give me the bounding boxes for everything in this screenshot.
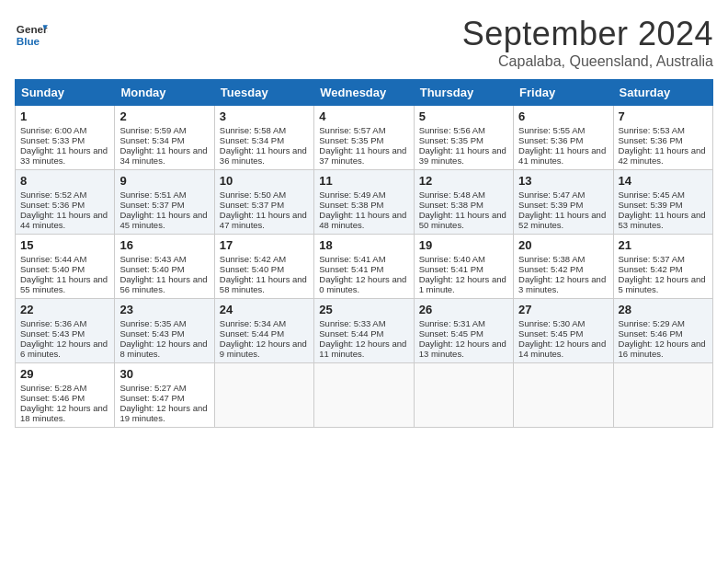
title-block: September 2024 Capalaba, Queensland, Aus…: [462, 15, 713, 70]
col-sunday: Sunday: [16, 80, 115, 106]
calendar-week-3: 15Sunrise: 5:44 AMSunset: 5:40 PMDayligh…: [16, 235, 713, 299]
col-thursday: Thursday: [414, 80, 513, 106]
table-row: 9Sunrise: 5:51 AMSunset: 5:37 PMDaylight…: [115, 170, 214, 235]
table-row: 17Sunrise: 5:42 AMSunset: 5:40 PMDayligh…: [214, 235, 313, 299]
table-row: [414, 363, 513, 428]
page-title: September 2024: [462, 15, 713, 53]
calendar-week-5: 29Sunrise: 5:28 AMSunset: 5:46 PMDayligh…: [16, 363, 713, 428]
svg-text:General: General: [17, 23, 48, 35]
table-row: 26Sunrise: 5:31 AMSunset: 5:45 PMDayligh…: [414, 299, 513, 363]
table-row: 8Sunrise: 5:52 AMSunset: 5:36 PMDaylight…: [16, 170, 115, 235]
table-row: 15Sunrise: 5:44 AMSunset: 5:40 PMDayligh…: [16, 235, 115, 299]
table-row: 13Sunrise: 5:47 AMSunset: 5:39 PMDayligh…: [514, 170, 613, 235]
col-monday: Monday: [115, 80, 214, 106]
col-wednesday: Wednesday: [314, 80, 414, 106]
table-row: 3Sunrise: 5:58 AMSunset: 5:34 PMDaylight…: [214, 106, 313, 170]
calendar-week-4: 22Sunrise: 5:36 AMSunset: 5:43 PMDayligh…: [16, 299, 713, 363]
table-row: 20Sunrise: 5:38 AMSunset: 5:42 PMDayligh…: [514, 235, 613, 299]
table-row: 7Sunrise: 5:53 AMSunset: 5:36 PMDaylight…: [613, 106, 712, 170]
table-row: 24Sunrise: 5:34 AMSunset: 5:44 PMDayligh…: [214, 299, 313, 363]
table-row: 2Sunrise: 5:59 AMSunset: 5:34 PMDaylight…: [115, 106, 214, 170]
table-row: 12Sunrise: 5:48 AMSunset: 5:38 PMDayligh…: [414, 170, 513, 235]
page-header: General Blue September 2024 Capalaba, Qu…: [15, 15, 713, 70]
table-row: [314, 363, 414, 428]
table-row: 10Sunrise: 5:50 AMSunset: 5:37 PMDayligh…: [214, 170, 313, 235]
table-row: 29Sunrise: 5:28 AMSunset: 5:46 PMDayligh…: [16, 363, 115, 428]
table-row: 21Sunrise: 5:37 AMSunset: 5:42 PMDayligh…: [613, 235, 712, 299]
calendar-week-1: 1Sunrise: 6:00 AMSunset: 5:33 PMDaylight…: [16, 106, 713, 170]
table-row: 25Sunrise: 5:33 AMSunset: 5:44 PMDayligh…: [314, 299, 414, 363]
table-row: 27Sunrise: 5:30 AMSunset: 5:45 PMDayligh…: [514, 299, 613, 363]
calendar-table: Sunday Monday Tuesday Wednesday Thursday…: [15, 79, 713, 428]
table-row: 14Sunrise: 5:45 AMSunset: 5:39 PMDayligh…: [613, 170, 712, 235]
table-row: 28Sunrise: 5:29 AMSunset: 5:46 PMDayligh…: [613, 299, 712, 363]
table-row: 23Sunrise: 5:35 AMSunset: 5:43 PMDayligh…: [115, 299, 214, 363]
col-tuesday: Tuesday: [214, 80, 313, 106]
table-row: 16Sunrise: 5:43 AMSunset: 5:40 PMDayligh…: [115, 235, 214, 299]
svg-text:Blue: Blue: [17, 35, 40, 47]
table-row: 1Sunrise: 6:00 AMSunset: 5:33 PMDaylight…: [16, 106, 115, 170]
table-row: 11Sunrise: 5:49 AMSunset: 5:38 PMDayligh…: [314, 170, 414, 235]
table-row: 4Sunrise: 5:57 AMSunset: 5:35 PMDaylight…: [314, 106, 414, 170]
logo: General Blue: [15, 18, 48, 52]
table-row: 18Sunrise: 5:41 AMSunset: 5:41 PMDayligh…: [314, 235, 414, 299]
col-friday: Friday: [514, 80, 613, 106]
table-row: [214, 363, 313, 428]
calendar-header-row: Sunday Monday Tuesday Wednesday Thursday…: [16, 80, 713, 106]
table-row: [613, 363, 712, 428]
calendar-week-2: 8Sunrise: 5:52 AMSunset: 5:36 PMDaylight…: [16, 170, 713, 235]
table-row: 30Sunrise: 5:27 AMSunset: 5:47 PMDayligh…: [115, 363, 214, 428]
table-row: 6Sunrise: 5:55 AMSunset: 5:36 PMDaylight…: [514, 106, 613, 170]
table-row: [514, 363, 613, 428]
table-row: 19Sunrise: 5:40 AMSunset: 5:41 PMDayligh…: [414, 235, 513, 299]
table-row: 5Sunrise: 5:56 AMSunset: 5:35 PMDaylight…: [414, 106, 513, 170]
col-saturday: Saturday: [613, 80, 712, 106]
table-row: 22Sunrise: 5:36 AMSunset: 5:43 PMDayligh…: [16, 299, 115, 363]
logo-icon: General Blue: [15, 18, 48, 52]
page-subtitle: Capalaba, Queensland, Australia: [462, 53, 713, 70]
